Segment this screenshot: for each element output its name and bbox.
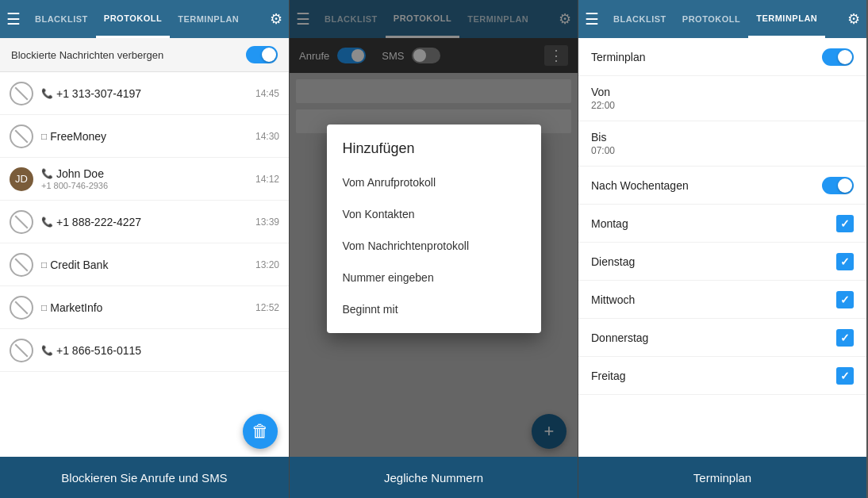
item-main: 📞 +1 313-307-4197	[41, 87, 249, 100]
phone-icon: 📞	[41, 88, 53, 99]
montag-checkbox[interactable]	[836, 215, 854, 232]
wochentagen-label: Nach Wochentagen	[591, 179, 822, 192]
item-info: 📞 John Doe +1 800-746-2936	[41, 167, 249, 190]
panel2-footer: Jegliche Nummern	[290, 457, 578, 498]
dienstag-checkbox[interactable]	[836, 253, 854, 270]
fab-delete[interactable]: 🗑	[243, 414, 278, 449]
list-item[interactable]: 📞 +1 888-222-4227 13:39	[0, 201, 289, 243]
mittwoch-checkbox[interactable]	[836, 291, 854, 308]
phone-icon: 📞	[41, 168, 53, 179]
dialog-item-anrufprotokoll[interactable]: Vom Anrufprotokoll	[327, 167, 541, 198]
sms-icon: □	[41, 259, 47, 270]
montag-row: Montag	[578, 205, 866, 243]
block-icon	[10, 82, 33, 105]
bis-block: Bis 07:00	[591, 131, 854, 156]
item-main: □ MarketInfo	[41, 301, 249, 314]
panel-protokoll: ☰ BLACKLIST PROTOKOLL TERMINPLAN ⚙ Anruf…	[289, 0, 578, 498]
bis-value: 07:00	[591, 145, 854, 156]
tab-blacklist-1[interactable]: BLACKLIST	[27, 0, 96, 38]
hamburger-icon-3[interactable]: ☰	[585, 11, 599, 27]
tab-protokoll-3[interactable]: PROTOKOLL	[674, 0, 748, 38]
item-info: 📞 +1 866-516-0115	[41, 344, 279, 357]
phone-icon: 📞	[41, 216, 53, 228]
nav-bar-3: ☰ BLACKLIST PROTOKOLL TERMINPLAN ⚙	[578, 0, 866, 38]
hinzufuegen-dialog: Hinzufügen Vom Anrufprotokoll Von Kontak…	[327, 125, 541, 333]
dienstag-row: Dienstag	[578, 243, 866, 281]
nav-tabs-3: BLACKLIST PROTOKOLL TERMINPLAN	[605, 0, 844, 38]
item-info: 📞 +1 888-222-4227	[41, 216, 249, 228]
donnerstag-label: Donnerstag	[591, 331, 836, 344]
sms-icon: □	[41, 302, 47, 313]
list-item[interactable]: JD 📞 John Doe +1 800-746-2936 14:12	[0, 158, 289, 201]
toggle-hide-label: Blockierte Nachrichten verbergen	[11, 49, 246, 61]
hamburger-icon-1[interactable]: ☰	[6, 11, 21, 27]
donnerstag-checkbox[interactable]	[836, 329, 854, 347]
block-icon	[10, 210, 33, 234]
tab-terminplan-3[interactable]: TERMINPLAN	[748, 0, 825, 38]
item-main: 📞 John Doe	[41, 167, 249, 180]
mittwoch-row: Mittwoch	[578, 281, 866, 319]
gear-icon-1[interactable]: ⚙	[270, 10, 282, 28]
terminplan-enable-toggle[interactable]	[822, 48, 854, 66]
list-item[interactable]: □ MarketInfo 12:52	[0, 286, 289, 329]
trash-icon: 🗑	[252, 421, 269, 442]
dialog-item-kontakte[interactable]: Von Kontakten	[327, 198, 541, 230]
nav-bar-1: ☰ BLACKLIST PROTOKOLL TERMINPLAN ⚙	[0, 0, 289, 38]
freitag-row: Freitag	[578, 357, 866, 395]
item-main: 📞 +1 888-222-4227	[41, 216, 249, 228]
footer-label-3: Terminplan	[693, 471, 751, 485]
list-item[interactable]: □ FreeMoney 14:30	[0, 115, 289, 158]
terminplan-enable-label: Terminplan	[591, 51, 822, 63]
tab-protokoll-1[interactable]: PROTOKOLL	[96, 0, 170, 38]
list-item[interactable]: □ Credit Bank 13:20	[0, 243, 289, 286]
footer-label-1: Blockieren Sie Anrufe und SMS	[61, 471, 227, 485]
tab-blacklist-3[interactable]: BLACKLIST	[605, 0, 674, 38]
von-label: Von	[591, 86, 854, 98]
panel-blacklist: ☰ BLACKLIST PROTOKOLL TERMINPLAN ⚙ Block…	[0, 0, 289, 498]
block-icon	[10, 253, 33, 277]
dialog-item-nummer-eingeben[interactable]: Nummer eingeben	[327, 262, 541, 293]
item-info: □ Credit Bank	[41, 259, 249, 271]
block-icon	[10, 125, 33, 148]
terminplan-enable-row: Terminplan	[578, 38, 866, 76]
terminplan-settings: Terminplan Von 22:00 Bis 07:00 Nach Woch…	[578, 38, 866, 457]
dialog-overlay[interactable]: Hinzufügen Vom Anrufprotokoll Von Kontak…	[290, 0, 578, 457]
von-value: 22:00	[591, 100, 854, 111]
item-main: 📞 +1 866-516-0115	[41, 344, 279, 357]
von-block: Von 22:00	[591, 86, 854, 111]
blocked-list: 📞 +1 313-307-4197 14:45 □ FreeMoney 14:3…	[0, 72, 289, 457]
donnerstag-row: Donnerstag	[578, 319, 866, 357]
phone-icon: 📞	[41, 345, 53, 356]
dialog-item-beginnt-mit[interactable]: Beginnt mit	[327, 293, 541, 325]
toggle-hide-blocked[interactable]	[246, 46, 278, 63]
item-main: □ FreeMoney	[41, 130, 249, 143]
toggle-hide-row: Blockierte Nachrichten verbergen	[0, 38, 289, 72]
item-info: □ FreeMoney	[41, 130, 249, 143]
sms-icon: □	[41, 131, 47, 142]
block-icon	[10, 296, 33, 320]
montag-label: Montag	[591, 217, 836, 230]
tab-terminplan-1[interactable]: TERMINPLAN	[170, 0, 247, 38]
bis-row[interactable]: Bis 07:00	[578, 121, 866, 167]
list-item[interactable]: 📞 +1 313-307-4197 14:45	[0, 72, 289, 115]
block-icon	[10, 339, 33, 362]
dialog-title: Hinzufügen	[327, 132, 541, 167]
avatar: JD	[10, 167, 33, 191]
list-item[interactable]: 📞 +1 866-516-0115	[0, 329, 289, 372]
gear-icon-3[interactable]: ⚙	[847, 10, 860, 28]
item-main: □ Credit Bank	[41, 259, 249, 271]
freitag-checkbox[interactable]	[836, 367, 854, 385]
bis-label: Bis	[591, 131, 854, 144]
wochentagen-row: Nach Wochentagen	[578, 167, 866, 205]
panel3-footer: Terminplan	[578, 457, 866, 498]
footer-label-2: Jegliche Nummern	[384, 471, 483, 485]
item-sub: +1 800-746-2936	[41, 181, 249, 190]
nav-tabs-1: BLACKLIST PROTOKOLL TERMINPLAN	[27, 0, 267, 38]
item-info: □ MarketInfo	[41, 301, 249, 314]
freitag-label: Freitag	[591, 370, 836, 382]
dienstag-label: Dienstag	[591, 255, 836, 268]
panel1-footer: Blockieren Sie Anrufe und SMS	[0, 457, 289, 498]
dialog-item-nachrichtenprotokoll[interactable]: Vom Nachrichtenprotokoll	[327, 230, 541, 262]
von-row[interactable]: Von 22:00	[578, 76, 866, 121]
wochentagen-toggle[interactable]	[822, 177, 854, 194]
